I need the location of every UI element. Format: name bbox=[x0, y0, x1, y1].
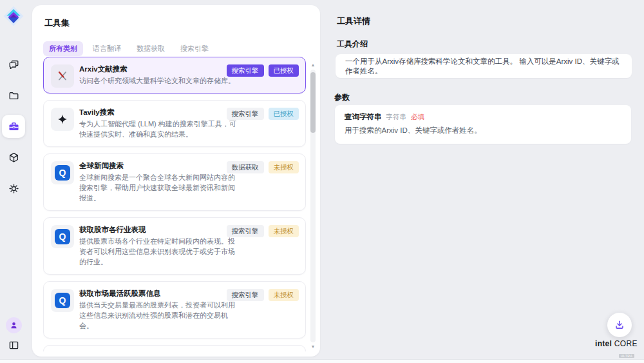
tab-category-0[interactable]: 所有类别 bbox=[43, 41, 83, 56]
sidebar-nav bbox=[2, 53, 25, 208]
scroll-up-icon[interactable]: ▲ bbox=[310, 62, 316, 68]
parameter-type: 字符串 bbox=[386, 113, 407, 122]
tool-badges: 搜索引擎已授权 bbox=[227, 108, 299, 120]
tab-category-1[interactable]: 语言翻译 bbox=[87, 41, 127, 56]
toolbox-icon bbox=[8, 121, 20, 133]
juhe-q-icon: Q bbox=[51, 225, 74, 248]
tool-description: 专为人工智能代理 (LLM) 构建的搜索引擎工具，可快速提供实时、准确和真实的结… bbox=[79, 119, 242, 139]
tool-badges: 搜索引擎已授权 bbox=[227, 64, 299, 77]
tool-card[interactable]: Q获取市场最活跃股票信息提供当天交易量最高的股票列表，投资者可以利用这些信息来识… bbox=[43, 281, 306, 338]
tool-description: 提供股票市场各个行业在特定时间段内的表现。投资者可以利用这些信息来识别表现优于或… bbox=[79, 236, 242, 267]
sidebar bbox=[0, 0, 27, 363]
toolset-panel: 工具集 所有类别语言翻译数据获取搜索引擎 Arxiv文献搜索访问各个研究领域大量… bbox=[32, 5, 320, 357]
tool-card[interactable]: Q获取股市各行业表现提供股票市场各个行业在特定时间段内的表现。投资者可以利用这些… bbox=[43, 217, 306, 275]
tool-card[interactable]: Q全球新闻搜索全球新闻搜索是一个聚合全球各大新闻网站内容的搜索引擎，帮助用户快速… bbox=[43, 153, 306, 211]
scrollbar[interactable]: ▲ ▼ bbox=[310, 62, 316, 350]
app-logo-icon bbox=[3, 5, 24, 27]
auth-status-badge: 未授权 bbox=[269, 161, 299, 173]
user-avatar[interactable] bbox=[6, 317, 22, 333]
download-button[interactable] bbox=[607, 313, 632, 337]
tool-description: 提供当天交易量最高的股票列表，投资者可以利用这些信息来识别流动性强的股票和潜在的… bbox=[79, 300, 242, 331]
auth-status-badge: 已授权 bbox=[269, 64, 299, 77]
sidebar-item-folder[interactable] bbox=[2, 84, 25, 107]
panel-toggle-icon bbox=[8, 339, 20, 351]
sidebar-item-cube[interactable] bbox=[2, 146, 25, 169]
core-text: CORE bbox=[614, 339, 638, 348]
tool-badges: 搜索引擎未授权 bbox=[227, 289, 299, 301]
parameter-name: 查询字符串 bbox=[345, 112, 382, 122]
tab-category-3[interactable]: 搜索引擎 bbox=[175, 41, 214, 56]
category-badge: 搜索引擎 bbox=[227, 225, 264, 237]
tool-description: 全球新闻搜索是一个聚合全球各大新闻网站内容的搜索引擎，帮助用户快速获取全球最新资… bbox=[79, 172, 242, 203]
category-badge: 搜索引擎 bbox=[227, 64, 264, 77]
auth-status-badge: 已授权 bbox=[269, 108, 299, 120]
folder-icon bbox=[8, 90, 20, 102]
category-badge: 搜索引擎 bbox=[227, 289, 264, 301]
sidebar-collapse-button[interactable] bbox=[8, 339, 20, 351]
juhe-q-icon: Q bbox=[51, 289, 74, 312]
tab-category-2[interactable]: 数据获取 bbox=[131, 41, 171, 56]
juhe-q-icon: Q bbox=[51, 161, 74, 184]
tool-card[interactable]: Tavily搜索专为人工智能代理 (LLM) 构建的搜索引擎工具，可快速提供实时… bbox=[43, 100, 306, 147]
category-tabs: 所有类别语言翻译数据获取搜索引擎 bbox=[43, 41, 214, 56]
cube-icon bbox=[8, 152, 20, 164]
download-icon bbox=[614, 319, 625, 331]
sparkle-icon bbox=[51, 108, 74, 131]
tool-card[interactable]: 万维地区新闻查询查询具体行政区划内的新闻，快速了解各地新闻动搜索引擎未授权 bbox=[43, 345, 306, 351]
chat-icon bbox=[8, 59, 20, 71]
parameter-card: 查询字符串 字符串 必填 用于搜索的Arxiv ID、关键字或作者姓名。 bbox=[335, 105, 631, 144]
gear-icon bbox=[8, 182, 20, 195]
sidebar-bottom bbox=[0, 317, 27, 351]
auth-status-badge: 未授权 bbox=[269, 225, 299, 237]
category-badge: 搜索引擎 bbox=[227, 108, 264, 120]
sidebar-item-toolbox[interactable] bbox=[2, 115, 25, 138]
parameter-description: 用于搜索的Arxiv ID、关键字或作者姓名。 bbox=[345, 126, 621, 135]
sidebar-item-chat[interactable] bbox=[2, 53, 25, 76]
tool-list: Arxiv文献搜索访问各个研究领域大量科学论文和文章的存储库。搜索引擎已授权Ta… bbox=[43, 57, 306, 351]
user-avatar-icon bbox=[9, 320, 19, 330]
sidebar-item-gear[interactable] bbox=[2, 177, 25, 200]
tool-intro-text: 一个用于从Arxiv存储库搜索科学论文和文章的工具。 输入可以是Arxiv ID… bbox=[336, 54, 632, 78]
arxiv-icon bbox=[51, 64, 74, 88]
parameter-required-badge: 必填 bbox=[411, 113, 424, 122]
ultra-badge: ULTRA bbox=[619, 354, 635, 358]
intel-core-logo: intel CORE ULTRA bbox=[595, 339, 636, 360]
category-badge: 数据获取 bbox=[227, 161, 264, 173]
auth-status-badge: 未授权 bbox=[269, 289, 299, 301]
tool-details-panel: 工具详情 工具介绍 一个用于从Arxiv存储库搜索科学论文和文章的工具。 输入可… bbox=[334, 0, 634, 363]
tool-badges: 搜索引擎未授权 bbox=[227, 225, 299, 237]
tool-badges: 数据获取未授权 bbox=[227, 161, 299, 173]
scroll-down-icon[interactable]: ▼ bbox=[310, 344, 316, 350]
params-heading: 参数 bbox=[334, 92, 350, 103]
tool-card[interactable]: Arxiv文献搜索访问各个研究领域大量科学论文和文章的存储库。搜索引擎已授权 bbox=[43, 57, 306, 93]
details-title: 工具详情 bbox=[337, 15, 370, 27]
page-title: 工具集 bbox=[44, 17, 70, 29]
bottom-edge bbox=[0, 359, 644, 363]
tool-description: 访问各个研究领域大量科学论文和文章的存储库。 bbox=[79, 75, 242, 86]
intro-heading: 工具介绍 bbox=[337, 39, 368, 50]
intel-core-text: intel CORE bbox=[595, 339, 636, 348]
scrollbar-thumb[interactable] bbox=[310, 72, 316, 133]
